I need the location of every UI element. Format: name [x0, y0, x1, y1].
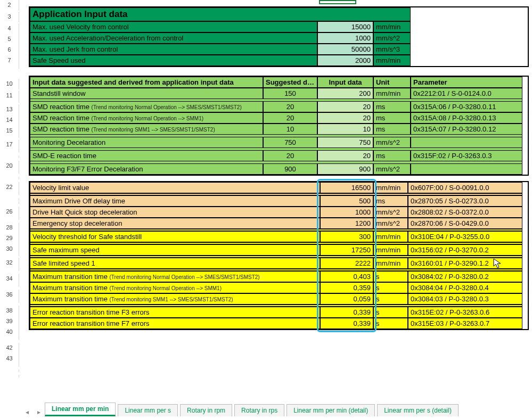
row-number[interactable]: 14 — [0, 115, 19, 126]
sec3-value[interactable]: 0,339 — [320, 318, 373, 329]
sec3-unit[interactable]: mm/s^2 — [373, 218, 408, 229]
sec2-suggested[interactable]: 150 — [263, 88, 317, 99]
row-number[interactable]: 4 — [0, 23, 19, 34]
sec1-label[interactable]: Max. used Jerk from control — [30, 44, 317, 55]
sec2-suggested[interactable]: 20 — [263, 101, 317, 112]
sec2-input-value[interactable]: 200 — [317, 88, 373, 99]
sec2-unit[interactable]: mm/s^2 — [373, 163, 411, 175]
row-number[interactable]: 3 — [0, 12, 19, 22]
row-number[interactable]: 32 — [0, 258, 19, 268]
sec1-value[interactable]: 1000 — [317, 32, 373, 44]
sheet-tab[interactable]: Rotary in rps — [234, 404, 284, 416]
row-number[interactable]: 40 — [0, 327, 19, 338]
row-number[interactable]: 11 — [0, 91, 19, 101]
sec2-label[interactable]: Standstill window — [30, 88, 263, 99]
sec2-unit[interactable]: mm/s^2 — [373, 137, 411, 148]
sec3-parameter[interactable]: 0x315E:02 / P-0-3263.0.6 — [408, 307, 522, 318]
sheet-tab[interactable]: Linear mm per s (detail) — [377, 404, 459, 416]
sec2-input-value[interactable]: 20 — [317, 101, 373, 112]
sec3-value[interactable]: 1000 — [320, 207, 373, 218]
sheet-tab[interactable]: Linear mm per min — [45, 402, 116, 416]
sec3-label[interactable]: Maximum transition time (Trend monitorin… — [30, 271, 320, 282]
sec3-unit[interactable]: mm/min — [373, 231, 408, 242]
sec2-suggested[interactable]: 10 — [263, 124, 317, 135]
row-number[interactable]: 43 — [0, 354, 19, 364]
row-number[interactable]: 5 — [0, 34, 19, 45]
sec3-label[interactable]: Maximum Drive Off delay time — [30, 195, 320, 207]
sec3-parameter[interactable]: 0x607F:00 / S-0-0091.0.0 — [408, 182, 522, 193]
sec2-parameter[interactable] — [411, 137, 522, 148]
sec3-parameter[interactable]: 0x3084:02 / P-0-3280.0.2 — [408, 271, 522, 282]
tab-nav-prev[interactable]: ◂ — [21, 408, 33, 416]
sec3-parameter[interactable]: 0x2808:02 / S-0-0372.0.0 — [408, 207, 522, 218]
sec3-unit[interactable]: s — [373, 318, 408, 329]
row-number[interactable]: 34 — [0, 274, 19, 284]
sec2-parameter[interactable] — [411, 163, 522, 175]
row-number[interactable]: 7 — [0, 55, 19, 66]
row-number[interactable]: 13 — [0, 104, 19, 115]
sec2-label[interactable]: SMD reaction time (Trend monitoring Norm… — [30, 112, 263, 124]
sec2-label[interactable]: SMD-E reaction time — [30, 150, 263, 161]
sec3-label[interactable]: Drive Halt Quick stop deceleration — [30, 207, 320, 218]
sec3-value[interactable]: 16500 — [320, 182, 373, 193]
sec3-parameter[interactable]: 0x3160:01 / P-0-3290.1.2 — [408, 258, 522, 269]
sec2-unit[interactable]: ms — [373, 112, 411, 124]
sec2-input-value[interactable]: 20 — [317, 112, 373, 124]
row-number[interactable]: 39 — [0, 316, 19, 327]
sec3-unit[interactable]: s — [373, 293, 408, 305]
sec2-parameter[interactable]: 0x315A:08 / P-0-3280.0.13 — [411, 112, 522, 124]
sec3-value[interactable]: 0,059 — [320, 293, 373, 305]
sec3-value[interactable]: 0,359 — [320, 282, 373, 293]
sec3-label[interactable]: Error reaction transition time F3 errors — [30, 307, 320, 318]
sec3-unit[interactable]: s — [373, 271, 408, 282]
sec3-unit[interactable]: ms — [373, 195, 408, 207]
sec1-label[interactable]: Max. used Acceleration/Deceleration from… — [30, 32, 317, 44]
sec3-label[interactable]: Maximum transition time (Trend monitorin… — [30, 282, 320, 293]
sec1-label[interactable]: Safe Speed used — [30, 55, 317, 66]
sheet-tab[interactable]: Linear mm per min (detail) — [287, 404, 375, 416]
tab-nav-next[interactable]: ▸ — [33, 408, 45, 416]
sec1-unit[interactable]: mm/s^3 — [373, 44, 411, 55]
sec3-label[interactable]: Velocity limit value — [30, 182, 320, 193]
sec1-unit[interactable]: mm/min — [373, 21, 411, 32]
sec3-unit[interactable]: mm/min — [373, 182, 408, 193]
sec3-parameter[interactable]: 0x3084:03 / P-0-3280.0.3 — [408, 293, 522, 305]
sec2-suggested[interactable]: 20 — [263, 112, 317, 124]
sec3-value[interactable]: 2222 — [320, 258, 373, 269]
sec3-label[interactable]: Safe limited speed 1 — [30, 258, 320, 269]
sec3-parameter[interactable]: 0x2870:06 / S-0-0429.0.0 — [408, 218, 522, 229]
sec2-unit[interactable]: ms — [373, 124, 411, 135]
row-number[interactable]: 36 — [0, 290, 19, 300]
sec3-parameter[interactable]: 0x3156:02 / P-0-3270.0.2 — [408, 244, 522, 256]
sec3-unit[interactable]: mm/s^2 — [373, 207, 408, 218]
sec2-parameter[interactable]: 0x2212:01 / S-0-0124.0.0 — [411, 88, 522, 99]
row-number[interactable]: 10 — [0, 79, 19, 89]
sec2-suggested[interactable]: 20 — [263, 150, 317, 161]
sec2-parameter[interactable]: 0x315F:02 / P-0-3263.0.3 — [411, 150, 522, 161]
sec3-label[interactable]: Maximum transition time (Trend monitorin… — [30, 293, 320, 305]
sec3-unit[interactable]: mm/min — [373, 258, 408, 269]
sec2-input-value[interactable]: 20 — [317, 150, 373, 161]
row-number[interactable]: 28 — [0, 223, 19, 233]
sec3-value[interactable]: 0,403 — [320, 271, 373, 282]
sec1-value[interactable]: 15000 — [317, 21, 373, 32]
sec3-label[interactable]: Velocity threshold for Safe standstill — [30, 231, 320, 242]
sec1-unit[interactable]: mm/min — [373, 55, 411, 66]
sec1-label[interactable]: Max. used Velocity from control — [30, 21, 317, 32]
sec3-label[interactable]: Safe maximum speed — [30, 244, 320, 256]
sec3-parameter[interactable]: 0x315E:03 / P-0-3263.0.7 — [408, 318, 522, 329]
sec3-unit[interactable]: s — [373, 307, 408, 318]
sec2-parameter[interactable]: 0x315A:07 / P-0-3280.0.12 — [411, 124, 522, 135]
sec2-unit[interactable]: mm/min — [373, 88, 411, 99]
row-number[interactable]: 2 — [0, 0, 19, 11]
row-number[interactable]: 15 — [0, 126, 19, 136]
sec2-input-value[interactable]: 900 — [317, 163, 373, 175]
sec2-unit[interactable]: ms — [373, 101, 411, 112]
sec2-label[interactable]: Monitoring Decelaration — [30, 137, 263, 148]
sec1-unit[interactable]: mm/s^2 — [373, 32, 411, 44]
sec2-label[interactable]: SMD reaction time (Trend monitoring Norm… — [30, 101, 263, 112]
sec2-label[interactable]: Monitoring F3/F7 Error Decelaration — [30, 163, 263, 175]
sec2-suggested[interactable]: 900 — [263, 163, 317, 175]
row-number[interactable]: 26 — [0, 207, 19, 217]
sec1-value[interactable]: 50000 — [317, 44, 373, 55]
